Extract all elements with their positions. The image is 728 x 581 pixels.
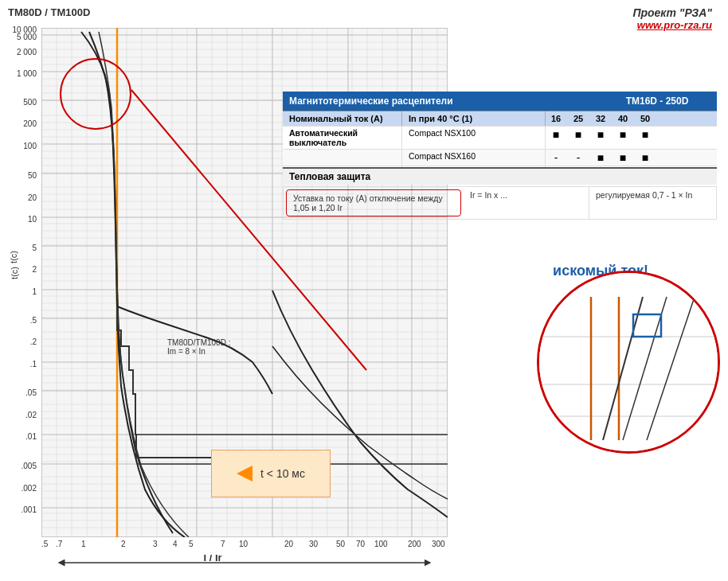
r1d2: ■ <box>571 128 585 147</box>
col-50: 50 <box>638 114 652 123</box>
svg-marker-108 <box>237 466 252 482</box>
row1-model: Compact NSX100 <box>402 127 546 149</box>
y-label-p005: .005 <box>22 462 37 470</box>
tms-label: t < 10 мс <box>260 467 305 480</box>
tms-arrow-svg <box>237 466 256 482</box>
y-label-p01: .01 <box>25 432 37 441</box>
thermal-row: Уставка по току (А) отключение между 1,0… <box>283 186 717 220</box>
row1-dots: ■ ■ ■ ■ ■ <box>546 127 717 149</box>
x-label-200: 200 <box>408 540 421 548</box>
col-16: 16 <box>549 114 563 123</box>
y-label-p02: .02 <box>25 411 37 419</box>
r2d5: ■ <box>638 151 652 164</box>
x-label-100: 100 <box>374 540 388 548</box>
table-subheader: Номинальный ток (А) In при 40 °C (1) 16 … <box>283 111 717 126</box>
col-25: 25 <box>571 114 585 123</box>
x-label-3: 3 <box>153 540 158 548</box>
magnifier-svg <box>539 273 720 454</box>
y-label-1000: 1 000 <box>17 69 37 78</box>
x-label-1: 1 <box>81 540 86 548</box>
x-label-300: 300 <box>432 540 445 548</box>
y-axis-labels: 10 000 5 000 2 000 1 000 500 200 100 50 … <box>8 28 40 537</box>
x-label-30: 30 <box>309 540 318 548</box>
x-label-p5: .5 <box>41 540 48 548</box>
circle-magnifier <box>537 271 720 454</box>
thermal-header: Тепловая защита <box>283 167 717 185</box>
y-label-2: 2 <box>32 265 37 274</box>
thermal-range: регулируемая 0,7 - 1 × In <box>589 187 716 219</box>
r2d2: - <box>571 151 585 164</box>
project-name: Проект "РЗА" <box>632 6 712 19</box>
y-label-5: 5 <box>32 244 37 252</box>
tm-label: TM80D/TM100D : <box>167 338 230 347</box>
x-label-2: 2 <box>121 540 126 548</box>
thermal-setting: Уставка по току (А) отключение между 1,0… <box>286 189 461 216</box>
col-32: 32 <box>593 114 608 123</box>
y-label-p1: .1 <box>30 360 37 368</box>
col-40: 40 <box>616 114 630 123</box>
x-label-7: 7 <box>221 540 225 548</box>
x-label-50: 50 <box>336 540 345 548</box>
subheader-in: In при 40 °C (1) <box>402 111 546 126</box>
x-label-4: 4 <box>173 540 178 548</box>
y-axis-title: t(c) <box>9 251 18 263</box>
y-label-50: 50 <box>28 171 37 180</box>
thermal-section: Тепловая защита Уставка по току (А) откл… <box>283 167 717 220</box>
thermal-formula: Ir = In x ... <box>464 187 589 219</box>
svg-text:I / Ir: I / Ir <box>203 555 221 563</box>
subheader-vals: 16 25 32 40 50 <box>546 111 717 126</box>
table-row-1: Автоматический выключатель Compact NSX10… <box>283 126 717 149</box>
x-label-5: 5 <box>189 540 194 548</box>
project-info: Проект "РЗА" www.pro-rza.ru <box>632 6 712 31</box>
tms-box: t < 10 мс <box>211 450 331 497</box>
x-label-p7: .7 <box>56 540 62 548</box>
table-header-right: TM16D - 250D <box>597 92 717 111</box>
main-container: TM80D / TM100D Проект "РЗА" www.pro-rza.… <box>0 0 728 581</box>
x-axis-arrow-container: I / Ir <box>41 555 448 571</box>
table-header-row: Магнитотермические расцепители TM16D - 2… <box>283 92 717 111</box>
project-url: www.pro-rza.ru <box>632 19 712 31</box>
x-label-20: 20 <box>284 540 293 548</box>
y-label-500: 500 <box>23 98 37 107</box>
row1-name: Автоматический выключатель <box>283 127 402 149</box>
tm-annotation: TM80D/TM100D : Im = 8 × In <box>167 338 230 356</box>
y-label-10: 10 <box>28 215 37 224</box>
chart-title: TM80D / TM100D <box>8 6 90 18</box>
y-label-1: 1 <box>32 287 37 296</box>
table-header-main: Магнитотермические расцепители <box>283 92 597 111</box>
r1d3: ■ <box>593 128 608 147</box>
y-label-5000: 5 000 <box>17 33 37 41</box>
r1d1: ■ <box>549 128 563 147</box>
y-label-p001: .001 <box>22 505 37 514</box>
subheader-name: Номинальный ток (А) <box>283 111 402 126</box>
r1d5: ■ <box>638 128 652 147</box>
x-label-10: 10 <box>239 540 248 548</box>
row2-dots: - - ■ ■ ■ <box>546 150 717 166</box>
x-label-70: 70 <box>356 540 365 548</box>
y-label-p2: .2 <box>30 337 37 346</box>
r2d3: ■ <box>593 151 608 164</box>
r2d4: ■ <box>616 151 630 164</box>
y-label-100: 100 <box>23 142 37 150</box>
r1d4: ■ <box>616 128 630 147</box>
y-label-p05: .05 <box>25 388 37 397</box>
tm-formula: Im = 8 × In <box>167 347 230 356</box>
y-label-2000: 2 000 <box>17 48 37 57</box>
y-label-p002: .002 <box>22 484 37 493</box>
row2-model: Compact NSX160 <box>402 150 546 166</box>
y-label-200: 200 <box>23 119 37 128</box>
y-label-p5: .5 <box>30 316 37 325</box>
x-axis-arrow-svg: I / Ir <box>53 555 436 571</box>
y-label-20: 20 <box>28 193 37 202</box>
table-row-2: Compact NSX160 - - ■ ■ ■ <box>283 149 717 166</box>
row2-name <box>283 150 402 166</box>
r2d1: - <box>549 151 563 164</box>
